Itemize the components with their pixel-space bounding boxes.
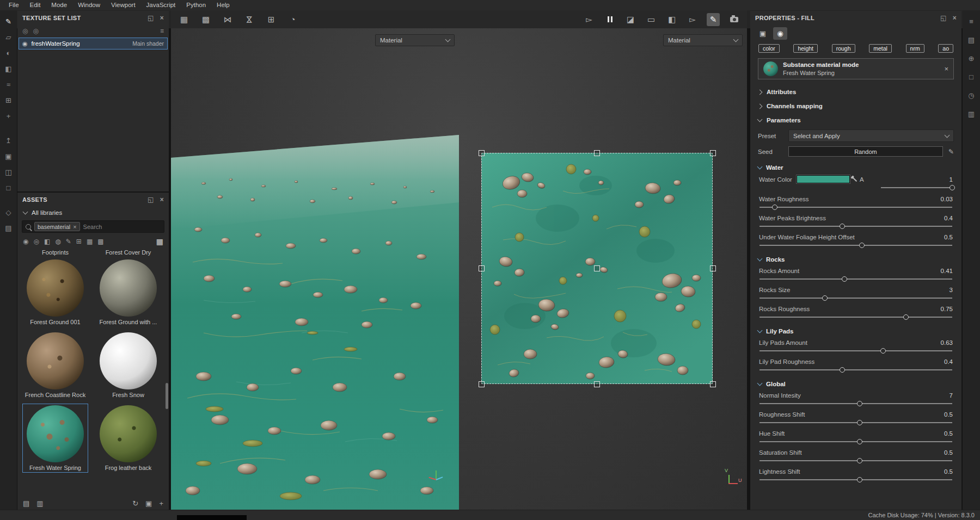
param-value[interactable]: 0.41 <box>941 268 953 274</box>
channel-ao[interactable]: ao <box>938 44 953 53</box>
random-seed-button[interactable]: Random <box>788 146 943 157</box>
close-panel-icon[interactable]: × <box>953 14 957 22</box>
log-panel-icon[interactable]: ▥ <box>968 109 975 119</box>
list-view-icon[interactable]: ▤ <box>23 499 29 507</box>
menu-window[interactable]: Window <box>72 0 106 10</box>
param-slider[interactable] <box>759 207 952 208</box>
slider-knob[interactable] <box>857 458 862 463</box>
filter-smart-masks-icon[interactable]: ◧ <box>44 238 50 245</box>
visibility-icon[interactable]: ◎ <box>33 27 38 35</box>
selection-handle-center[interactable] <box>594 265 600 271</box>
alpha-slider[interactable] <box>881 187 952 188</box>
group-lily-pads[interactable]: Lily Pads <box>750 323 961 337</box>
channel-height[interactable]: height <box>793 44 818 53</box>
selection-handle-bottom-right[interactable] <box>710 381 716 387</box>
param-slider[interactable] <box>759 460 952 461</box>
library-selector[interactable]: All libraries <box>17 206 169 219</box>
edit-seed-icon[interactable]: ✎ <box>948 148 954 156</box>
list-options-icon[interactable]: ≡ <box>160 27 164 35</box>
section-channels-mapping[interactable]: Channels mapping <box>750 99 961 113</box>
slider-knob[interactable] <box>772 205 777 210</box>
section-attributes[interactable]: Attributes <box>750 85 961 99</box>
channel-rough[interactable]: rough <box>832 44 855 53</box>
environment-icon[interactable]: ◇ <box>6 208 11 217</box>
assets-scrollbar[interactable] <box>166 383 168 409</box>
slider-knob[interactable] <box>950 185 955 190</box>
asset-cell-selected[interactable]: Fresh Water Spring <box>22 404 88 473</box>
slider-knob[interactable] <box>857 420 862 425</box>
gizmo-icon[interactable]: ◔ <box>286 13 299 26</box>
param-slider[interactable] <box>759 441 952 442</box>
eye-icon[interactable]: ◉ <box>22 40 28 47</box>
add-frame-icon[interactable]: ⊞ <box>265 13 278 26</box>
shelf-icon[interactable]: ▤ <box>5 224 11 233</box>
substance-material-box[interactable]: Substance material mode Fresh Water Spri… <box>758 58 954 79</box>
slider-knob[interactable] <box>822 295 828 301</box>
smudge-tool-icon[interactable]: ≈ <box>7 80 10 89</box>
new-resource-icon[interactable]: ▣ <box>145 499 152 507</box>
screenshot-camera-icon[interactable] <box>727 13 740 26</box>
param-value[interactable]: 0.5 <box>944 430 953 437</box>
filter-smart-materials-icon[interactable]: ◎ <box>33 238 39 245</box>
param-slider[interactable] <box>759 350 952 351</box>
slider-knob[interactable] <box>859 243 865 248</box>
pause-engine-icon[interactable] <box>603 13 616 26</box>
menu-file[interactable]: File <box>3 0 24 10</box>
param-slider[interactable] <box>759 245 952 246</box>
symmetry-y-icon[interactable]: ⋈ <box>243 13 256 26</box>
3d-viewport-render[interactable] <box>171 28 459 510</box>
filter-environments-icon[interactable]: ▩ <box>97 238 103 245</box>
polygon-fill-tool-icon[interactable]: ◧ <box>5 64 11 73</box>
param-value[interactable]: 0.5 <box>944 449 953 456</box>
param-slider[interactable] <box>759 226 952 227</box>
param-slider[interactable] <box>759 369 952 370</box>
group-global[interactable]: Global <box>750 375 961 390</box>
slider-knob[interactable] <box>857 439 862 444</box>
slider-knob[interactable] <box>840 224 845 229</box>
display-panel-icon[interactable]: □ <box>969 72 973 82</box>
param-slider[interactable] <box>759 317 952 318</box>
pencil-annotate-icon[interactable]: ✎ <box>707 13 720 26</box>
search-filter-tag[interactable]: basematerial × <box>34 222 80 231</box>
brush-tool-icon[interactable]: ✎ <box>5 17 11 26</box>
float-panel-icon[interactable]: ◱ <box>148 196 154 203</box>
param-value[interactable]: 0.5 <box>944 411 953 418</box>
display-mode-icon[interactable]: ▭ <box>645 13 658 26</box>
pointer-disable-icon[interactable]: ▻ <box>583 13 596 26</box>
cursor-icon[interactable]: ▻ <box>686 13 699 26</box>
param-slider[interactable] <box>759 298 952 299</box>
eyedropper-icon[interactable] <box>853 177 857 181</box>
view3d-mode-dropdown[interactable]: Material <box>375 34 455 46</box>
grid-view-icon[interactable]: ▦ <box>156 237 163 246</box>
asset-cell[interactable]: Forest Ground 001 <box>22 258 88 327</box>
selection-handle-top-center[interactable] <box>594 150 600 156</box>
param-value[interactable]: 1 <box>950 176 953 183</box>
remove-material-icon[interactable]: × <box>944 65 948 73</box>
import-resources-icon[interactable]: + <box>159 499 163 507</box>
menu-help[interactable]: Help <box>211 0 235 10</box>
asset-cell[interactable]: Frog leather back <box>95 404 161 473</box>
uv-fill-mode-icon[interactable]: ▣ <box>756 27 770 40</box>
filter-alphas-icon[interactable]: ⊞ <box>76 238 82 245</box>
menu-viewport[interactable]: Viewport <box>106 0 141 10</box>
param-value[interactable]: 0.4 <box>944 358 953 365</box>
selection-handle-mid-left[interactable] <box>479 265 485 271</box>
texture-set-item[interactable]: ◉ freshWaterSpring Main shader <box>19 38 168 49</box>
view2d-mode-dropdown[interactable]: Material <box>663 34 743 46</box>
layers-panel-icon[interactable]: ▤ <box>968 35 975 45</box>
selection-handle-bottom-center[interactable] <box>594 381 600 387</box>
details-view-icon[interactable]: ▥ <box>36 499 43 507</box>
slider-knob[interactable] <box>880 348 886 354</box>
menu-mode[interactable]: Mode <box>46 0 72 10</box>
export-icon[interactable]: ↥ <box>5 136 11 145</box>
selection-handle-top-left[interactable] <box>479 150 485 156</box>
material-fill-mode-icon[interactable]: ◉ <box>773 27 787 40</box>
ghost-visibility-icon[interactable]: ◎ <box>22 27 28 35</box>
group-water[interactable]: Water <box>750 159 961 174</box>
shader-settings-icon[interactable]: ⊕ <box>969 54 975 63</box>
asset-label[interactable]: Footprints <box>22 249 88 256</box>
asset-cell[interactable]: French Coastline Rock <box>22 331 88 400</box>
bake-icon[interactable]: ▣ <box>5 152 11 161</box>
param-value[interactable]: 0.75 <box>941 306 953 312</box>
param-value[interactable]: 0.5 <box>944 234 953 240</box>
